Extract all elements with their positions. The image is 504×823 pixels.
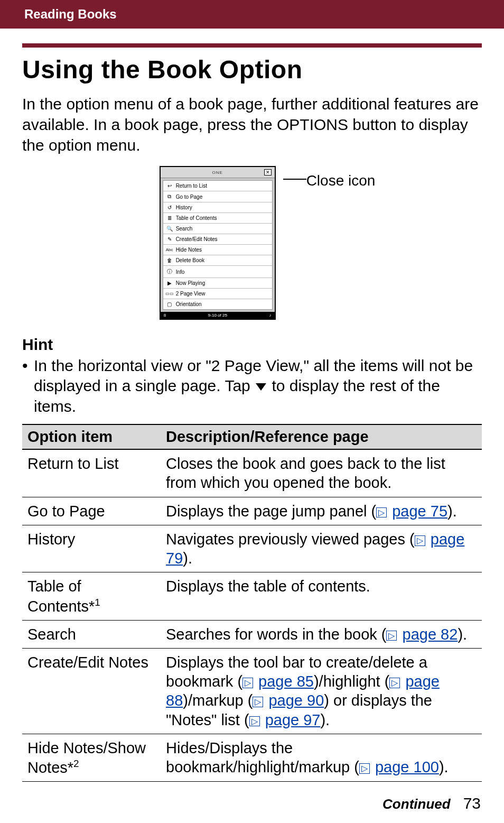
info-icon: ⓘ <box>166 268 173 275</box>
footer-left: 8 <box>164 313 166 318</box>
table-row: Create/Edit Notes Displays the tool bar … <box>22 648 482 734</box>
cell-item: Search <box>22 620 161 648</box>
history-icon: ↺ <box>166 205 173 210</box>
cell-desc: Displays the page jump panel (▷ page 75)… <box>161 497 482 525</box>
breadcrumb: Reading Books <box>21 7 117 22</box>
reference-icon: ▷ <box>386 631 397 641</box>
search-icon: 🔍 <box>166 226 173 232</box>
menu-item-now-playing[interactable]: ▶Now Playing <box>163 278 272 289</box>
cell-desc: Displays the table of contents. <box>161 572 482 620</box>
menu-item-label: Table of Contents <box>176 215 217 221</box>
table-row: Return to List Closes the book and goes … <box>22 449 482 497</box>
table-row: Go to Page Displays the page jump panel … <box>22 497 482 525</box>
table-row: Table of Contents*1 Displays the table o… <box>22 572 482 620</box>
page-link[interactable]: page 85 <box>258 673 314 690</box>
menu-item-go-to-page[interactable]: ⧉Go to Page <box>163 191 272 202</box>
hint-bullet: • In the horizontal view or "2 Page View… <box>22 356 482 417</box>
table-row: Hide Notes/Show Notes*2 Hides/Displays t… <box>22 734 482 781</box>
page-link[interactable]: page 75 <box>392 503 447 520</box>
continued-label: Continued <box>382 796 451 812</box>
page-link[interactable]: page 90 <box>268 692 324 709</box>
menu-item-history[interactable]: ↺History <box>163 202 272 213</box>
cell-desc: Searches for words in the book (▷ page 8… <box>161 620 482 648</box>
page-footer: Continued 73 <box>382 794 481 812</box>
reference-icon: ▷ <box>242 678 253 688</box>
page-link[interactable]: page 97 <box>265 711 321 728</box>
footnote-marker: 1 <box>95 597 100 608</box>
close-icon[interactable]: ✕ <box>264 169 272 175</box>
menu-item-create-edit-notes[interactable]: ✎Create/Edit Notes <box>163 234 272 245</box>
page-number: 73 <box>463 794 481 812</box>
menu-item-search[interactable]: 🔍Search <box>163 224 272 234</box>
top-bar-accent <box>0 0 21 29</box>
menu-item-two-page-view[interactable]: ▭▭2 Page View <box>163 289 272 299</box>
play-icon: ▶ <box>166 280 173 286</box>
col-header-item: Option item <box>22 424 161 449</box>
cell-item: History <box>22 525 161 572</box>
menu-item-label: History <box>176 205 192 210</box>
menu-item-label: Return to List <box>176 183 207 189</box>
two-page-icon: ▭▭ <box>166 291 173 296</box>
cell-desc: Closes the book and goes back to the lis… <box>161 449 482 497</box>
menu-item-label: Create/Edit Notes <box>176 236 218 242</box>
device-brand: ONE <box>171 170 264 175</box>
footer-center: 9-10 of 25 <box>208 313 227 318</box>
menu-item-label: Hide Notes <box>176 247 202 253</box>
reference-icon: ▷ <box>389 678 400 688</box>
abc-icon: Abc <box>166 247 173 252</box>
page-title: Using the Book Option <box>22 55 482 84</box>
footer-right-icon: ♪ <box>269 313 272 318</box>
cell-desc: Navigates previously viewed pages (▷ pag… <box>161 525 482 572</box>
option-menu: ↩Return to List ⧉Go to Page ↺History ≣Ta… <box>163 180 273 310</box>
device-screenshot: ONE ✕ ↩Return to List ⧉Go to Page ↺Histo… <box>160 166 276 320</box>
cell-item: Hide Notes/Show Notes*2 <box>22 734 161 781</box>
pencil-icon: ✎ <box>166 236 173 242</box>
cell-desc: Displays the tool bar to create/delete a… <box>161 648 482 734</box>
down-triangle-icon <box>256 383 266 391</box>
cell-item: Create/Edit Notes <box>22 648 161 734</box>
list-icon: ≣ <box>166 215 173 221</box>
top-bar: Reading Books <box>0 0 504 29</box>
reference-icon: ▷ <box>249 716 260 727</box>
return-icon: ↩ <box>166 183 173 189</box>
figure: ONE ✕ ↩Return to List ⧉Go to Page ↺Histo… <box>22 166 482 320</box>
menu-item-return-to-list[interactable]: ↩Return to List <box>163 181 272 191</box>
menu-item-label: Search <box>176 226 193 232</box>
trash-icon: 🗑 <box>166 257 173 263</box>
hint-heading: Hint <box>22 336 482 354</box>
reference-icon: ▷ <box>415 535 425 546</box>
page-link[interactable]: page 100 <box>375 759 439 775</box>
options-table: Option item Description/Reference page R… <box>22 424 482 782</box>
orientation-icon: ▢ <box>166 301 173 307</box>
device-footer: 8 9-10 of 25 ♪ <box>161 312 275 319</box>
menu-item-label: Go to Page <box>176 194 203 200</box>
menu-item-label: Orientation <box>176 301 202 307</box>
footnote-marker: 2 <box>73 758 79 769</box>
bullet-icon: • <box>22 356 34 417</box>
title-rule <box>22 43 482 48</box>
reference-icon: ▷ <box>359 763 370 774</box>
callout-label: Close icon <box>306 172 376 189</box>
cell-item: Return to List <box>22 449 161 497</box>
callout-leader-line <box>283 179 306 180</box>
menu-item-label: Info <box>176 269 185 275</box>
pages-icon: ⧉ <box>166 193 173 200</box>
page-link[interactable]: page 82 <box>403 626 458 643</box>
reference-icon: ▷ <box>253 697 263 707</box>
menu-item-orientation[interactable]: ▢Orientation <box>163 299 272 309</box>
col-header-desc: Description/Reference page <box>161 424 482 449</box>
table-row: Search Searches for words in the book (▷… <box>22 620 482 648</box>
menu-item-info[interactable]: ⓘInfo <box>163 266 272 278</box>
cell-desc: Hides/Displays the bookmark/highlight/ma… <box>161 734 482 781</box>
cell-item: Go to Page <box>22 497 161 525</box>
intro-paragraph: In the option menu of a book page, furth… <box>22 94 482 155</box>
cell-item: Table of Contents*1 <box>22 572 161 620</box>
menu-item-delete-book[interactable]: 🗑Delete Book <box>163 255 272 266</box>
reference-icon: ▷ <box>376 507 387 518</box>
menu-item-label: Now Playing <box>176 280 206 286</box>
menu-item-toc[interactable]: ≣Table of Contents <box>163 213 272 224</box>
menu-item-hide-notes[interactable]: AbcHide Notes <box>163 245 272 255</box>
menu-item-label: 2 Page View <box>176 291 206 297</box>
menu-item-label: Delete Book <box>176 257 204 263</box>
table-row: History Navigates previously viewed page… <box>22 525 482 572</box>
